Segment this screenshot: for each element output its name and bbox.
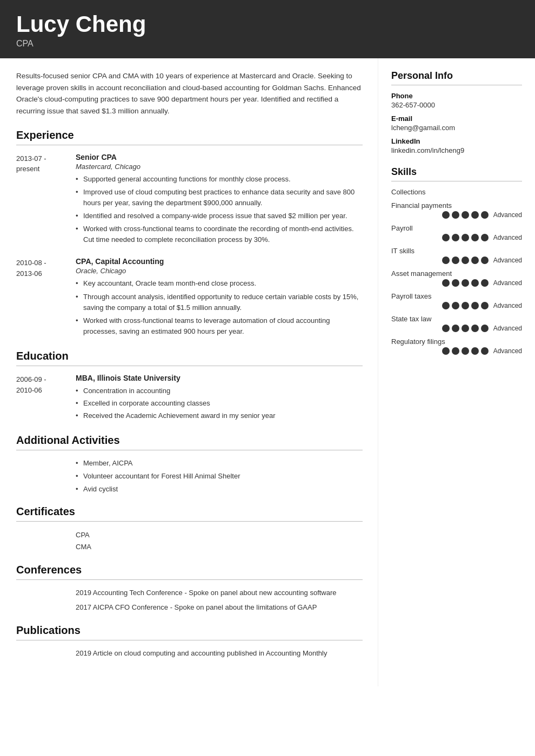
- certificates-list: CPA CMA: [16, 529, 363, 553]
- skill-name: Payroll taxes: [391, 292, 522, 300]
- exp-company-2: Oracle, Chicago: [76, 267, 363, 275]
- publication-item: 2019 Article on cloud computing and acco…: [76, 648, 363, 659]
- edu-degree-1: MBA, Illinois State University: [76, 374, 276, 382]
- skill-dots: [442, 279, 489, 287]
- skill-name: Payroll: [391, 224, 522, 232]
- skill-name: IT skills: [391, 247, 522, 255]
- activities-heading: Additional Activities: [16, 434, 363, 447]
- dot: [452, 302, 459, 309]
- exp-bullet: Through account analysis, identified opp…: [76, 292, 363, 313]
- skill-item-state-tax-law: State tax law Advanced: [391, 315, 522, 332]
- skill-bar-row: Advanced: [391, 234, 522, 241]
- linkedin-label: LinkedIn: [391, 137, 522, 145]
- publications-heading: Publications: [16, 624, 363, 637]
- activities-section: Additional Activities Member, AICPA Volu…: [16, 434, 363, 495]
- exp-bullet: Key accountant, Oracle team month-end cl…: [76, 278, 363, 289]
- edu-bullet: Received the Academic Achievement award …: [76, 410, 276, 421]
- activities-divider: [16, 450, 363, 450]
- dot: [452, 325, 459, 332]
- dot: [471, 302, 479, 309]
- exp-bullet: Improved use of cloud computing best pra…: [76, 187, 363, 208]
- dot: [462, 211, 469, 219]
- skills-divider: [391, 181, 522, 181]
- skill-bar-row: Advanced: [391, 211, 522, 219]
- skill-name: Regulatory filings: [391, 338, 522, 346]
- dot: [471, 256, 479, 264]
- skill-level: Advanced: [492, 211, 522, 219]
- experience-heading: Experience: [16, 129, 363, 141]
- skill-item-financial-payments: Financial payments Advanced: [391, 201, 522, 219]
- edu-bullet: Excelled in corporate accounting classes: [76, 398, 276, 409]
- certificates-heading: Certificates: [16, 505, 363, 518]
- skill-name: State tax law: [391, 315, 522, 323]
- edu-content-1: MBA, Illinois State University Concentra…: [76, 374, 276, 423]
- skill-item-payroll: Payroll Advanced: [391, 224, 522, 241]
- conferences-heading: Conferences: [16, 564, 363, 576]
- dot: [452, 234, 459, 241]
- activity-item: Volunteer accountant for Forest Hill Ani…: [76, 471, 363, 482]
- personal-info-heading: Personal Info: [391, 70, 522, 82]
- exp-role-1: Senior CPA: [76, 153, 363, 161]
- dot: [481, 256, 489, 264]
- skill-dots: [442, 256, 489, 264]
- publications-divider: [16, 640, 363, 640]
- skill-bar-row: Advanced: [391, 279, 522, 287]
- dot: [462, 234, 469, 241]
- certificates-section: Certificates CPA CMA: [16, 505, 363, 553]
- conference-item: 2019 Accounting Tech Conference - Spoke …: [76, 588, 363, 599]
- dot: [462, 347, 469, 355]
- conference-item: 2017 AICPA CFO Conference - Spoke on pan…: [76, 602, 363, 613]
- skill-name: Collections: [391, 188, 522, 196]
- skill-level: Advanced: [492, 256, 522, 264]
- exp-company-1: Mastercard, Chicago: [76, 163, 363, 171]
- skill-dots: [442, 347, 489, 355]
- certificates-divider: [16, 521, 363, 522]
- dot: [471, 347, 479, 355]
- skill-dots: [442, 325, 489, 332]
- skill-level: Advanced: [492, 279, 522, 287]
- dot: [442, 302, 450, 309]
- dot: [442, 325, 450, 332]
- dot: [462, 279, 469, 287]
- dot: [481, 211, 489, 219]
- exp-bullet: Identified and resolved a company-wide p…: [76, 211, 363, 221]
- exp-bullet: Worked with cross-functional teams to le…: [76, 315, 363, 337]
- dot: [471, 211, 479, 219]
- activities-list: Member, AICPA Volunteer accountant for F…: [16, 458, 363, 495]
- dot: [442, 211, 450, 219]
- dot: [462, 302, 469, 309]
- phone-label: Phone: [391, 92, 522, 100]
- linkedin-value: linkedin.com/in/lcheng9: [391, 146, 522, 154]
- exp-dates-2: 2010-08 -2013-06: [16, 257, 76, 339]
- experience-divider: [16, 145, 363, 145]
- dot: [471, 279, 479, 287]
- education-section: Education 2006-09 -2010-06 MBA, Illinois…: [16, 350, 363, 423]
- dot: [452, 279, 459, 287]
- edu-bullet: Concentration in accounting: [76, 386, 276, 396]
- edu-bullets-1: Concentration in accounting Excelled in …: [76, 386, 276, 421]
- main-layout: Results-focused senior CPA and CMA with …: [0, 58, 535, 686]
- skill-name: Asset management: [391, 269, 522, 278]
- skill-dots: [442, 302, 489, 309]
- education-divider: [16, 366, 363, 366]
- exp-role-2: CPA, Capital Accounting: [76, 257, 363, 266]
- email-label: E-mail: [391, 114, 522, 123]
- skills-section: Skills Collections Financial payments: [391, 166, 522, 355]
- skill-level: Advanced: [492, 325, 522, 332]
- exp-dates-1: 2013-07 -present: [16, 153, 76, 248]
- exp-bullets-2: Key accountant, Oracle team month-end cl…: [76, 278, 363, 337]
- dot: [442, 347, 450, 355]
- skill-item-asset-management: Asset management Advanced: [391, 269, 522, 287]
- skill-item-payroll-taxes: Payroll taxes Advanced: [391, 292, 522, 309]
- dot: [462, 256, 469, 264]
- skill-dots: [442, 211, 489, 219]
- dot: [452, 211, 459, 219]
- skill-level: Advanced: [492, 234, 522, 241]
- dot: [452, 347, 459, 355]
- exp-content-2: CPA, Capital Accounting Oracle, Chicago …: [76, 257, 363, 339]
- dot: [442, 279, 450, 287]
- skill-name: Financial payments: [391, 201, 522, 210]
- skill-dots: [442, 234, 489, 241]
- exp-bullet: Supported general accounting functions f…: [76, 174, 363, 185]
- skill-bar-row: Advanced: [391, 325, 522, 332]
